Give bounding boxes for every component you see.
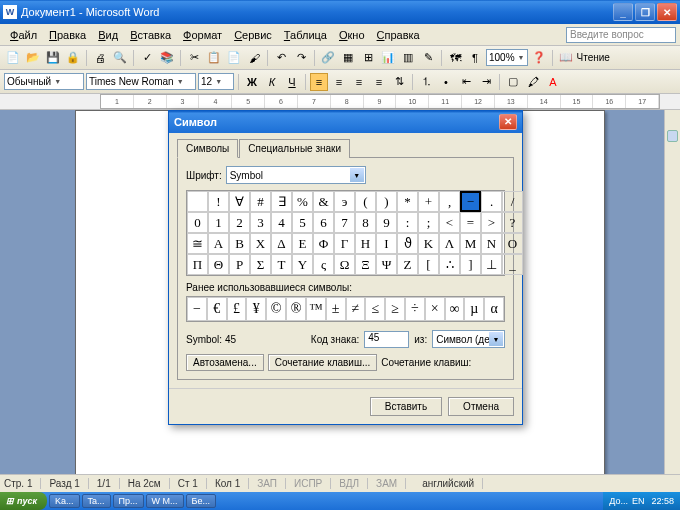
tables-borders-icon[interactable]: ▦: [339, 49, 357, 67]
symbol-cell[interactable]: Α: [208, 233, 229, 254]
symbol-cell[interactable]: Χ: [250, 233, 271, 254]
status-mode[interactable]: ЗАМ: [376, 478, 406, 489]
recent-symbol-cell[interactable]: −: [187, 297, 207, 321]
help-icon[interactable]: ❓: [530, 49, 548, 67]
menu-окно[interactable]: Окно: [333, 27, 371, 43]
menu-таблица[interactable]: Таблица: [278, 27, 333, 43]
dialog-titlebar[interactable]: Символ ✕: [169, 111, 522, 133]
recent-symbol-cell[interactable]: ÷: [405, 297, 425, 321]
recent-symbol-cell[interactable]: ≤: [365, 297, 385, 321]
recent-symbol-cell[interactable]: ¥: [246, 297, 266, 321]
shortcut-key-button[interactable]: Сочетание клавиш...: [268, 354, 378, 371]
save-icon[interactable]: 💾: [44, 49, 62, 67]
symbol-cell[interactable]: ς: [313, 254, 334, 275]
close-button[interactable]: ✕: [657, 3, 677, 21]
columns-icon[interactable]: ▥: [399, 49, 417, 67]
recent-symbol-cell[interactable]: ®: [286, 297, 306, 321]
symbol-cell[interactable]: Ω: [334, 254, 355, 275]
symbol-cell[interactable]: 5: [292, 212, 313, 233]
symbol-cell[interactable]: ): [376, 191, 397, 212]
symbol-cell[interactable]: Υ: [292, 254, 313, 275]
taskbar-button[interactable]: Ka...: [49, 494, 80, 508]
font-select-combo[interactable]: Symbol▼: [226, 166, 366, 184]
format-painter-icon[interactable]: 🖌: [245, 49, 263, 67]
taskbar-button[interactable]: Бе...: [186, 494, 216, 508]
new-doc-icon[interactable]: 📄: [4, 49, 22, 67]
symbol-cell[interactable]: Μ: [460, 233, 481, 254]
reading-label[interactable]: Чтение: [577, 52, 610, 63]
symbol-cell[interactable]: Ψ: [376, 254, 397, 275]
highlight-icon[interactable]: 🖍: [524, 73, 542, 91]
recent-symbol-cell[interactable]: ©: [266, 297, 286, 321]
symbol-cell[interactable]: ⊥: [481, 254, 502, 275]
symbol-cell[interactable]: Β: [229, 233, 250, 254]
cancel-button[interactable]: Отмена: [448, 397, 514, 416]
symbol-cell[interactable]: Ν: [481, 233, 502, 254]
symbol-cell[interactable]: 7: [334, 212, 355, 233]
menu-файл[interactable]: Файл: [4, 27, 43, 43]
symbol-cell[interactable]: Λ: [439, 233, 460, 254]
font-color-icon[interactable]: A: [544, 73, 562, 91]
scrollbar-thumb[interactable]: [667, 130, 678, 142]
symbol-cell[interactable]: 4: [271, 212, 292, 233]
recent-symbol-cell[interactable]: α: [484, 297, 504, 321]
align-center-icon[interactable]: ≡: [330, 73, 348, 91]
horizontal-ruler[interactable]: 1234567891011121314151617: [0, 94, 680, 110]
recent-symbol-cell[interactable]: €: [207, 297, 227, 321]
system-tray[interactable]: До...EN 22:58: [603, 492, 680, 510]
symbol-cell[interactable]: /: [502, 191, 523, 212]
symbol-cell[interactable]: :: [397, 212, 418, 233]
restore-button[interactable]: ❐: [635, 3, 655, 21]
autocorrect-button[interactable]: Автозамена...: [186, 354, 264, 371]
symbol-cell[interactable]: ∴: [439, 254, 460, 275]
taskbar-button[interactable]: Ta...: [82, 494, 111, 508]
spelling-icon[interactable]: ✓: [138, 49, 156, 67]
recent-symbol-cell[interactable]: ∞: [445, 297, 465, 321]
symbol-cell[interactable]: +: [418, 191, 439, 212]
symbol-cell[interactable]: ?: [502, 212, 523, 233]
align-right-icon[interactable]: ≡: [350, 73, 368, 91]
recent-symbol-cell[interactable]: ≠: [346, 297, 366, 321]
numbering-icon[interactable]: ⒈: [417, 73, 435, 91]
symbol-cell[interactable]: _: [502, 254, 523, 275]
symbol-cell[interactable]: #: [250, 191, 271, 212]
status-mode[interactable]: ИСПР: [294, 478, 331, 489]
open-icon[interactable]: 📂: [24, 49, 42, 67]
indent-icon[interactable]: ⇥: [477, 73, 495, 91]
symbol-cell[interactable]: Γ: [334, 233, 355, 254]
symbol-cell[interactable]: (: [355, 191, 376, 212]
symbol-cell[interactable]: Η: [355, 233, 376, 254]
doc-map-icon[interactable]: 🗺: [446, 49, 464, 67]
dialog-close-button[interactable]: ✕: [499, 114, 517, 130]
status-mode[interactable]: ЗАП: [257, 478, 286, 489]
style-combo[interactable]: Обычный▼: [4, 73, 84, 90]
symbol-cell[interactable]: %: [292, 191, 313, 212]
symbol-cell[interactable]: Ι: [376, 233, 397, 254]
menu-сервис[interactable]: Сервис: [228, 27, 278, 43]
menu-вставка[interactable]: Вставка: [124, 27, 177, 43]
symbol-cell[interactable]: 1: [208, 212, 229, 233]
symbol-cell[interactable]: ϑ: [397, 233, 418, 254]
recent-symbol-cell[interactable]: ±: [326, 297, 346, 321]
minimize-button[interactable]: _: [613, 3, 633, 21]
start-button[interactable]: ⊞пуск: [0, 492, 47, 510]
symbol-cell[interactable]: 8: [355, 212, 376, 233]
symbol-cell[interactable]: 9: [376, 212, 397, 233]
paste-icon[interactable]: 📄: [225, 49, 243, 67]
align-justify-icon[interactable]: ≡: [370, 73, 388, 91]
menu-справка[interactable]: Справка: [371, 27, 426, 43]
permission-icon[interactable]: 🔒: [64, 49, 82, 67]
symbol-cell[interactable]: Ο: [502, 233, 523, 254]
recent-symbol-cell[interactable]: ≥: [385, 297, 405, 321]
symbol-cell[interactable]: [187, 191, 208, 212]
fontsize-combo[interactable]: 12▼: [198, 73, 234, 90]
italic-icon[interactable]: К: [263, 73, 281, 91]
encoding-combo[interactable]: Символ (дес.)▼: [432, 330, 505, 348]
font-combo[interactable]: Times New Roman▼: [86, 73, 196, 90]
symbol-cell[interactable]: .: [481, 191, 502, 212]
menu-формат[interactable]: Формат: [177, 27, 228, 43]
preview-icon[interactable]: 🔍: [111, 49, 129, 67]
outdent-icon[interactable]: ⇤: [457, 73, 475, 91]
tray-item[interactable]: До...: [609, 496, 628, 506]
symbol-cell[interactable]: Τ: [271, 254, 292, 275]
